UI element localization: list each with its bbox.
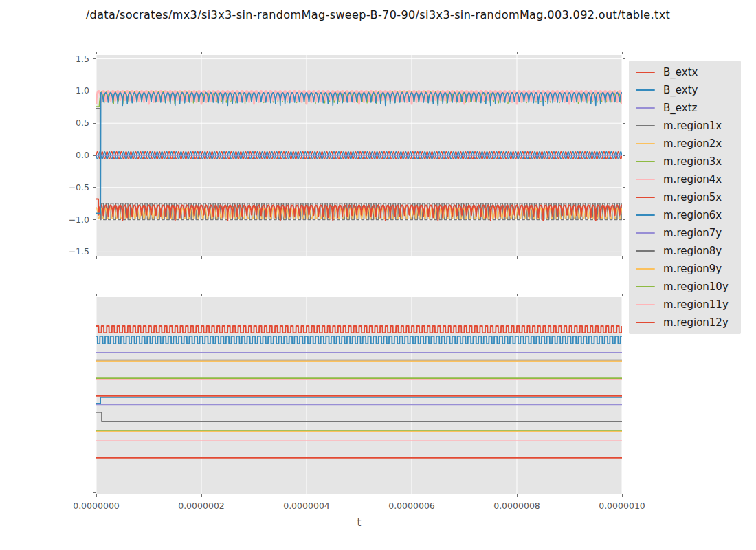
x-tick-label: 0.0000004: [272, 500, 341, 511]
legend-line-sample: [636, 161, 655, 162]
tick-mark: [622, 294, 623, 296]
tick-mark: [93, 187, 96, 188]
legend-line-sample: [636, 179, 655, 180]
legend-line-sample: [636, 232, 655, 234]
x-tick-label: 0.0000002: [167, 500, 236, 511]
y-tick-label: −1.5: [47, 246, 89, 256]
tick-mark: [412, 294, 412, 296]
legend-label: m.region5x: [663, 191, 722, 204]
y-tick-label: 0.0: [47, 150, 89, 160]
y-tick-label: −0.5: [47, 182, 89, 192]
legend-line-sample: [636, 107, 655, 109]
tick-mark: [201, 256, 202, 259]
legend-entry: B_extx: [636, 64, 741, 80]
legend-entry: m.region2x: [636, 135, 741, 152]
series-square-wave-red: [96, 326, 622, 333]
tick-mark: [412, 494, 412, 497]
legend-entry: m.region5x: [636, 189, 741, 206]
legend-line-sample: [636, 72, 655, 73]
tick-mark: [623, 123, 625, 124]
tick-mark: [201, 294, 202, 296]
tick-mark: [307, 294, 307, 296]
legend-label: m.region4x: [663, 173, 722, 186]
tick-mark: [622, 256, 623, 259]
tick-mark: [517, 494, 518, 497]
tick-mark: [517, 256, 518, 259]
legend-entry: m.region11y: [636, 296, 741, 313]
legend-line-sample: [636, 89, 655, 91]
y-tick-label: −1.0: [47, 214, 89, 225]
legend-label: m.region7y: [663, 227, 722, 239]
tick-mark: [623, 155, 625, 156]
figure-title: /data/socrates/mx3/si3x3-sin-randomMag-s…: [0, 8, 756, 21]
x-tick-label: 0.0000010: [588, 500, 656, 511]
legend-line-sample: [636, 268, 655, 270]
legend-entry: m.region6x: [636, 207, 741, 223]
tick-mark: [201, 52, 202, 54]
legend-label: m.region1x: [663, 120, 722, 132]
legend-line-sample: [636, 286, 655, 287]
legend-line-sample: [636, 322, 655, 323]
tick-mark: [622, 494, 623, 497]
legend-line-sample: [636, 125, 655, 126]
legend-entry: m.region8y: [636, 243, 741, 259]
legend-label: m.region6x: [663, 209, 722, 221]
legend-entry: m.region4x: [636, 171, 741, 188]
tick-mark: [96, 494, 97, 497]
legend-line-sample: [636, 197, 655, 198]
tick-mark: [517, 52, 518, 54]
tick-mark: [622, 52, 623, 54]
tick-mark: [93, 492, 96, 493]
tick-mark: [93, 155, 96, 156]
legend-label: m.region8y: [663, 245, 722, 257]
y-tick-label: 1.5: [47, 54, 89, 64]
tick-mark: [96, 294, 97, 296]
legend-entry: m.region3x: [636, 153, 741, 170]
tick-mark: [412, 256, 412, 259]
x-axis-label: t: [96, 516, 622, 529]
tick-mark: [96, 52, 97, 54]
tick-mark: [93, 123, 96, 124]
legend-line-sample: [636, 250, 655, 252]
tick-mark: [623, 187, 625, 188]
y-tick-label: 0.5: [47, 118, 89, 128]
legend-label: m.region2x: [663, 138, 722, 150]
legend-line-sample: [636, 214, 655, 216]
tick-mark: [93, 219, 96, 220]
legend-line-sample: [636, 143, 655, 144]
legend-label: m.region10y: [663, 280, 729, 293]
tick-mark: [93, 252, 96, 252]
tick-mark: [623, 58, 625, 59]
tick-mark: [307, 52, 307, 54]
legend-label: m.region3x: [663, 155, 722, 168]
legend-entry: B_extz: [636, 100, 741, 116]
x-tick-label: 0.0000000: [62, 500, 131, 511]
legend-label: B_exty: [663, 84, 698, 96]
x-tick-label: 0.0000006: [377, 500, 446, 511]
legend-entry: m.region12y: [636, 314, 741, 331]
legend-entry: m.region1x: [636, 118, 741, 134]
y-tick-label: 1.0: [47, 85, 89, 96]
tick-mark: [93, 298, 96, 298]
tick-mark: [623, 252, 625, 252]
tick-mark: [96, 256, 97, 259]
legend-label: m.region12y: [663, 316, 729, 329]
figure: /data/socrates/mx3/si3x3-sin-randomMag-s…: [0, 0, 756, 550]
legend-entry: m.region9y: [636, 261, 741, 277]
legend-entry: B_exty: [636, 82, 741, 98]
tick-mark: [412, 52, 412, 54]
top-subplot: [96, 55, 622, 256]
legend-label: m.region9y: [663, 263, 722, 275]
tick-mark: [623, 91, 625, 91]
legend-line-sample: [636, 304, 655, 305]
bottom-subplot: [96, 297, 622, 494]
tick-mark: [307, 256, 307, 259]
legend-label: m.region11y: [663, 298, 729, 311]
legend-entry: m.region7y: [636, 225, 741, 241]
legend-label: B_extx: [663, 66, 698, 78]
tick-mark: [307, 494, 307, 497]
tick-mark: [93, 58, 96, 59]
tick-mark: [517, 294, 518, 296]
x-tick-label: 0.0000008: [482, 500, 551, 511]
tick-mark: [93, 91, 96, 91]
